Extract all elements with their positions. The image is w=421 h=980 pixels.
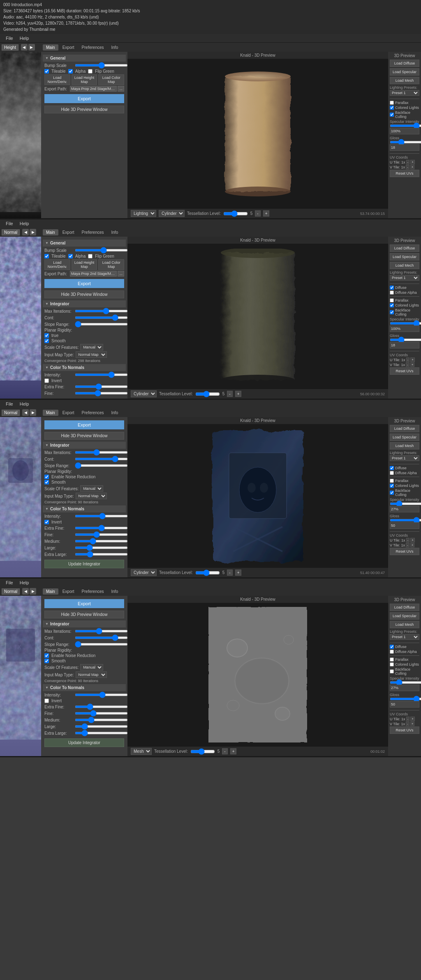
section2-noise-cb[interactable] [44, 333, 49, 338]
section3-tab-preferences[interactable]: Preferences [79, 410, 107, 416]
section1-load-mesh-btn[interactable]: Load Mesh [390, 77, 419, 84]
section1-export-btn[interactable]: Export [44, 94, 124, 103]
section1-load-height-btn[interactable]: Load Height Map [72, 74, 97, 85]
section2-fine-slider[interactable] [75, 392, 127, 394]
section1-reset-uvs-btn[interactable]: Reset UVs [390, 170, 419, 177]
section2-intensity-slider[interactable] [75, 374, 127, 376]
section3-tab-info[interactable]: Info [108, 410, 122, 416]
section2-lighting-preset-select[interactable]: Preset 1 [390, 275, 419, 281]
section1-spec-value[interactable] [390, 128, 419, 134]
section3-utile-plus[interactable]: + [410, 538, 415, 542]
section2-alpha-cb[interactable] [68, 254, 73, 258]
section3-tess-slider[interactable] [195, 570, 220, 576]
section2-export-path-input[interactable] [70, 271, 117, 277]
section2-help-menu[interactable]: Help [16, 220, 32, 227]
section1-export-path-browse[interactable]: ... [118, 86, 124, 92]
section1-alpha-cb[interactable] [68, 69, 73, 74]
section1-gloss-slider[interactable] [390, 141, 421, 143]
section4-spec-slider[interactable] [390, 681, 421, 684]
section1-bump-scale-slider[interactable] [75, 64, 127, 67]
section2-file-menu[interactable]: File [2, 220, 16, 227]
section1-lighting-preset-select[interactable]: Preset 1 [390, 90, 419, 96]
section1-load-specular-btn[interactable]: Load Specular [390, 68, 419, 76]
section4-load-specular-btn[interactable]: Load Specular [390, 612, 419, 620]
section1-vtile-plus[interactable]: + [410, 165, 415, 169]
section1-gloss-value[interactable] [390, 144, 419, 151]
section4-gloss-value[interactable] [390, 701, 419, 708]
section4-color-normals-header[interactable]: Color To Normals [43, 684, 126, 691]
section2-bump-slider[interactable] [75, 249, 127, 251]
section4-help-menu[interactable]: Help [16, 579, 32, 586]
section3-prev-arrow[interactable]: ◀ [22, 409, 29, 416]
section2-gloss-slider[interactable] [390, 339, 421, 341]
section2-load-height-btn[interactable]: Load Height Map [72, 259, 97, 270]
section1-utile-minus[interactable]: - [406, 160, 410, 164]
section3-mesh-select[interactable]: Cylinder [131, 569, 157, 576]
section2-hide-btn[interactable]: Hide 3D Preview Window [44, 291, 124, 298]
section4-tab-preferences[interactable]: Preferences [79, 588, 107, 595]
section2-tab-export[interactable]: Export [59, 229, 78, 235]
section3-cont-slider[interactable] [75, 458, 127, 460]
section2-spec-value[interactable] [390, 325, 419, 332]
section3-spec-value[interactable] [390, 506, 419, 512]
section2-export-btn[interactable]: Export [44, 279, 124, 288]
section4-invert-cb[interactable] [44, 699, 49, 703]
section1-load-color-btn[interactable]: Load Color Map [98, 74, 124, 85]
section4-diffuse-cb[interactable] [390, 645, 394, 649]
section3-backface-cb[interactable] [390, 491, 394, 495]
section1-utile-plus[interactable]: + [410, 160, 415, 164]
section2-vtile-plus[interactable]: + [410, 362, 415, 367]
section4-scale-features-select[interactable]: Manual [80, 664, 103, 671]
section2-vtile-minus[interactable]: - [406, 362, 409, 367]
section4-parallax-cb[interactable] [390, 657, 394, 662]
section1-hide-btn[interactable]: Hide 3D Preview Window [44, 106, 124, 113]
section1-vtile-minus[interactable]: - [406, 165, 409, 169]
section3-vtile-minus[interactable]: - [406, 543, 409, 547]
section2-diffuse-alpha-cb[interactable] [390, 291, 394, 295]
section4-lighting-preset-select[interactable]: Preset 1 [390, 634, 419, 640]
section3-tab-main[interactable]: Main [43, 410, 58, 416]
section2-gloss-value[interactable] [390, 342, 419, 348]
section2-tess-slider[interactable] [195, 391, 220, 397]
section3-gloss-slider[interactable] [390, 519, 421, 521]
section3-vtile-plus[interactable]: + [410, 543, 415, 547]
section3-file-menu[interactable]: File [2, 401, 16, 407]
section3-load-mesh-btn[interactable]: Load Mesh [390, 442, 419, 450]
section4-tab-main[interactable]: Main [43, 588, 58, 595]
section4-intensity-slider[interactable] [75, 694, 127, 696]
section4-tess-plus[interactable]: + [230, 748, 237, 754]
section3-extra-fine-slider[interactable] [75, 527, 127, 529]
section4-hide-btn[interactable]: Hide 3D Preview Window [44, 611, 124, 618]
section1-lighting-select[interactable]: Lighting [131, 210, 156, 217]
section2-backface-cb[interactable] [390, 310, 394, 314]
section1-parallax-cb[interactable] [390, 101, 394, 105]
section4-mesh-select[interactable]: Mesh [131, 748, 152, 755]
section4-extra-large-slider[interactable] [75, 732, 127, 734]
section1-export-path-input[interactable] [70, 86, 117, 92]
section3-parallax-cb[interactable] [390, 479, 394, 483]
section3-scale-features-select[interactable]: Manual [80, 485, 103, 492]
section4-colored-lights-cb[interactable] [390, 662, 394, 666]
section3-hide-btn[interactable]: Hide 3D Preview Window [44, 432, 124, 440]
section4-large-slider[interactable] [75, 725, 127, 728]
section3-smooth-cb[interactable] [44, 480, 49, 484]
section3-tess-plus[interactable]: + [235, 570, 242, 576]
section2-utile-minus[interactable]: - [406, 357, 410, 362]
section1-tess-slider[interactable] [223, 210, 248, 217]
section4-extra-fine-slider[interactable] [75, 706, 127, 708]
section3-update-integrator-btn[interactable]: Update Integrator [44, 560, 124, 568]
section1-tab-preferences[interactable]: Preferences [79, 44, 107, 51]
section3-utile-minus[interactable]: - [406, 538, 410, 542]
section1-tileable-cb[interactable] [44, 69, 49, 74]
section2-tileable-cb[interactable] [44, 254, 49, 258]
section2-load-norm-btn[interactable]: Load Norm/Deriv. [44, 259, 70, 270]
section4-load-diffuse-btn[interactable]: Load Diffuse [390, 604, 419, 611]
section2-tess-minus[interactable]: - [227, 391, 232, 397]
section2-tess-plus[interactable]: + [235, 391, 242, 397]
section1-next-arrow[interactable]: ▶ [28, 44, 35, 51]
section1-tab-main[interactable]: Main [43, 44, 58, 51]
help-menu[interactable]: Help [16, 35, 32, 42]
section3-slope-slider[interactable] [75, 464, 127, 467]
section3-reset-uvs-btn[interactable]: Reset UVs [390, 548, 419, 555]
section3-load-diffuse-btn[interactable]: Load Diffuse [390, 425, 419, 432]
